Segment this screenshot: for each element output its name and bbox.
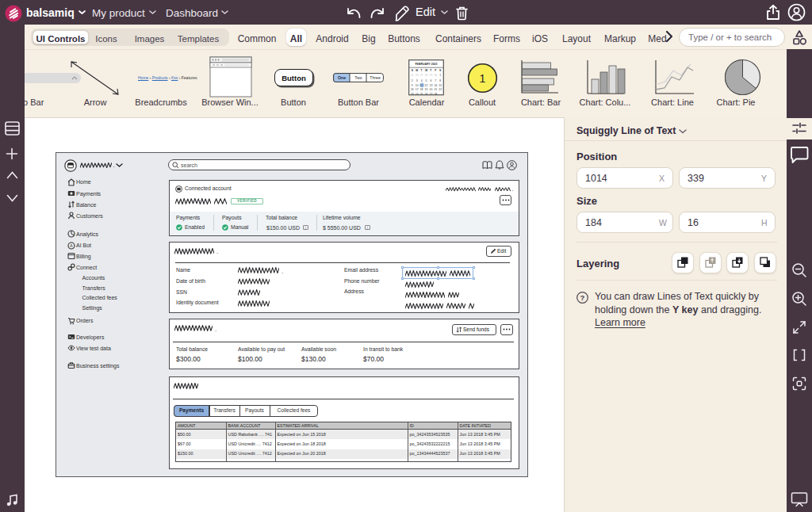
- svg-text:15: 15: [439, 84, 442, 87]
- svg-text:24: 24: [415, 93, 418, 96]
- svg-text:M: M: [416, 69, 418, 72]
- svg-text:25: 25: [419, 93, 423, 96]
- svg-text:21: 21: [434, 88, 437, 91]
- svg-text:5: 5: [425, 79, 427, 82]
- svg-text:30: 30: [434, 74, 437, 77]
- svg-text:FEBRUARY 2023: FEBRUARY 2023: [415, 63, 437, 66]
- svg-text:25: 25: [410, 74, 413, 77]
- svg-text:9: 9: [411, 84, 412, 87]
- svg-text:22: 22: [439, 88, 442, 91]
- svg-text:8: 8: [439, 79, 441, 82]
- svg-text:?: ?: [580, 292, 585, 301]
- svg-text:13: 13: [429, 84, 432, 87]
- svg-text:F: F: [435, 69, 436, 72]
- svg-text:28: 28: [434, 93, 437, 96]
- svg-text:A: A: [70, 243, 73, 248]
- svg-text:17: 17: [415, 88, 418, 91]
- svg-text:18: 18: [419, 88, 423, 91]
- svg-text:1: 1: [439, 74, 441, 77]
- svg-text:2: 2: [411, 79, 412, 82]
- svg-text:12: 12: [424, 84, 427, 87]
- svg-text:26: 26: [424, 93, 427, 96]
- svg-text:6: 6: [430, 79, 431, 82]
- svg-text:23: 23: [410, 93, 413, 96]
- svg-text:10: 10: [415, 84, 418, 87]
- svg-text:11: 11: [419, 84, 423, 87]
- svg-text:4: 4: [420, 79, 422, 82]
- svg-text:26: 26: [415, 74, 418, 77]
- svg-text:16: 16: [410, 88, 413, 91]
- svg-text:19: 19: [424, 88, 427, 91]
- svg-text:29: 29: [429, 74, 432, 77]
- svg-text:27: 27: [429, 93, 432, 96]
- svg-text:7: 7: [435, 79, 436, 82]
- svg-text:14: 14: [434, 84, 437, 87]
- svg-text:3: 3: [416, 79, 417, 82]
- svg-text:20: 20: [429, 88, 432, 91]
- svg-text:28: 28: [424, 74, 427, 77]
- svg-text:27: 27: [419, 74, 423, 77]
- svg-text:1: 1: [480, 72, 486, 85]
